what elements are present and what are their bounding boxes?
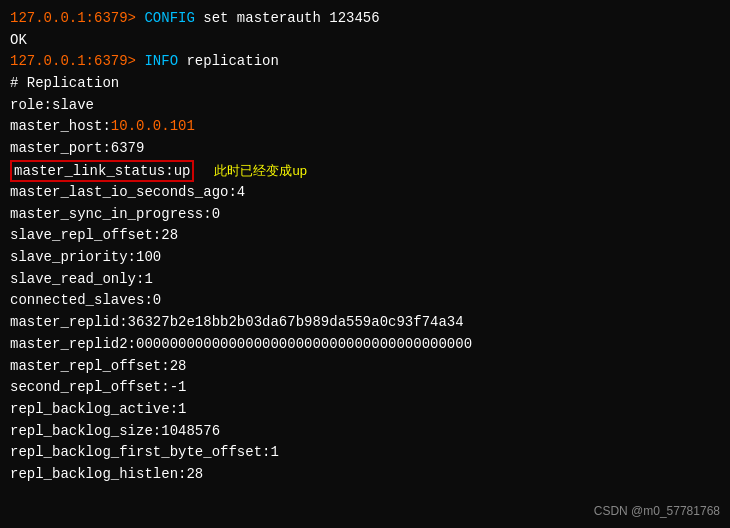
master-sync-text: master_sync_in_progress:0: [10, 204, 220, 226]
role-text: role:slave: [10, 95, 94, 117]
master-port-text: master_port:6379: [10, 138, 144, 160]
master-link-status-box: master_link_status:up: [10, 160, 194, 182]
slave-priority-text: slave_priority:100: [10, 247, 161, 269]
master-link-status-line: master_link_status:up 此时已经变成up: [10, 160, 720, 182]
ok-text: OK: [10, 30, 27, 52]
master-last-io-line: master_last_io_seconds_ago:4: [10, 182, 720, 204]
master-host-line: master_host:10.0.0.101: [10, 116, 720, 138]
master-replid2-line: master_replid2:0000000000000000000000000…: [10, 334, 720, 356]
connected-slaves-line: connected_slaves:0: [10, 290, 720, 312]
cmd-keyword-3: INFO: [144, 51, 178, 73]
master-port-line: master_port:6379: [10, 138, 720, 160]
master-repl-offset-text: master_repl_offset:28: [10, 356, 186, 378]
terminal-window: 127.0.0.1:6379> CONFIG set masterauth 12…: [0, 0, 730, 528]
output-ok: OK: [10, 30, 720, 52]
second-repl-offset-text: second_repl_offset:-1: [10, 377, 186, 399]
master-replid2-text: master_replid2:0000000000000000000000000…: [10, 334, 472, 356]
cmd-keyword-1: CONFIG: [144, 8, 194, 30]
master-repl-offset-line: master_repl_offset:28: [10, 356, 720, 378]
repl-backlog-size-text: repl_backlog_size:1048576: [10, 421, 220, 443]
cmd-rest-1: set masterauth 123456: [195, 8, 380, 30]
second-repl-offset-line: second_repl_offset:-1: [10, 377, 720, 399]
annotation-text: 此时已经变成up: [214, 161, 306, 181]
replication-header-text: # Replication: [10, 73, 119, 95]
repl-backlog-first-byte-text: repl_backlog_first_byte_offset:1: [10, 442, 279, 464]
slave-read-only-line: slave_read_only:1: [10, 269, 720, 291]
watermark: CSDN @m0_57781768: [594, 504, 720, 518]
connected-slaves-text: connected_slaves:0: [10, 290, 161, 312]
command-line-1: 127.0.0.1:6379> CONFIG set masterauth 12…: [10, 8, 720, 30]
command-line-3: 127.0.0.1:6379> INFO replication: [10, 51, 720, 73]
slave-priority-line: slave_priority:100: [10, 247, 720, 269]
repl-backlog-histlen-line: repl_backlog_histlen:28: [10, 464, 720, 486]
slave-repl-offset-line: slave_repl_offset:28: [10, 225, 720, 247]
prompt-1: 127.0.0.1:6379>: [10, 8, 144, 30]
master-replid-line: master_replid:36327b2e18bb2b03da67b989da…: [10, 312, 720, 334]
master-host-prefix: master_host:: [10, 116, 111, 138]
repl-backlog-active-text: repl_backlog_active:1: [10, 399, 186, 421]
repl-backlog-histlen-text: repl_backlog_histlen:28: [10, 464, 203, 486]
master-sync-line: master_sync_in_progress:0: [10, 204, 720, 226]
master-host-ip: 10.0.0.101: [111, 116, 195, 138]
prompt-3: 127.0.0.1:6379>: [10, 51, 144, 73]
repl-backlog-first-byte-line: repl_backlog_first_byte_offset:1: [10, 442, 720, 464]
cmd-rest-3: replication: [178, 51, 279, 73]
master-last-io-text: master_last_io_seconds_ago:4: [10, 182, 245, 204]
repl-backlog-active-line: repl_backlog_active:1: [10, 399, 720, 421]
role-line: role:slave: [10, 95, 720, 117]
replication-header: # Replication: [10, 73, 720, 95]
master-replid-text: master_replid:36327b2e18bb2b03da67b989da…: [10, 312, 464, 334]
slave-read-only-text: slave_read_only:1: [10, 269, 153, 291]
slave-repl-offset-text: slave_repl_offset:28: [10, 225, 178, 247]
repl-backlog-size-line: repl_backlog_size:1048576: [10, 421, 720, 443]
